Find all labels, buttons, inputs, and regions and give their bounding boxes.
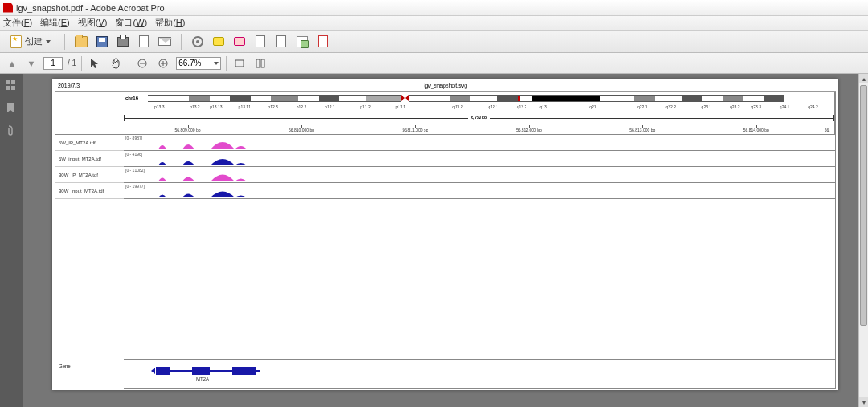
menu-view[interactable]: 视图(V) <box>78 17 108 29</box>
paperclip-icon <box>4 124 17 136</box>
vertical-scrollbar[interactable]: ▴ ▾ <box>858 74 868 407</box>
thumbnails-tab[interactable] <box>4 79 18 93</box>
svg-rect-10 <box>6 86 10 90</box>
comment-button[interactable] <box>211 34 227 50</box>
toolbar-nav: ▲ ▼ / 1 66.7% <box>0 53 868 74</box>
chromosome-name: chr16 <box>125 96 138 100</box>
track-label: 30W_IP_MT2A.tdf <box>55 167 124 183</box>
svg-rect-9 <box>11 80 15 84</box>
igv-filename: igv_snapshot.svg <box>424 83 467 88</box>
highlight-button[interactable] <box>231 34 248 50</box>
document-red-icon <box>318 35 328 47</box>
page-number-input[interactable] <box>43 57 63 70</box>
igv-control-blank <box>55 92 124 135</box>
track-row: [0 - 11082] <box>124 167 835 183</box>
doc-tool-3[interactable] <box>294 34 310 50</box>
coverage-tracks: [0 - 8987] [0 - 4196] [0 - 11082] [ <box>124 135 835 199</box>
hand-tool[interactable] <box>108 55 124 71</box>
document-icon <box>276 35 286 47</box>
print-icon <box>117 37 129 47</box>
track-label: 30W_input_MT2A.tdf <box>55 183 124 199</box>
email-button[interactable] <box>157 34 173 50</box>
folder-icon <box>75 36 88 47</box>
scrollbar-thumb[interactable] <box>860 85 867 326</box>
toolbar-main: 创建 <box>0 31 868 53</box>
coverage-peak <box>154 167 259 181</box>
create-button[interactable]: 创建 <box>5 33 56 51</box>
chevron-down-icon <box>46 40 51 43</box>
page-up-button[interactable]: ▲ <box>5 56 19 71</box>
coverage-peak <box>154 135 259 149</box>
scroll-up-icon[interactable]: ▴ <box>859 74 868 83</box>
document-icon <box>139 35 149 47</box>
fit-page-button[interactable] <box>252 55 268 71</box>
gear-icon <box>192 36 203 47</box>
cursor-icon <box>89 58 100 69</box>
fit-width-icon <box>234 58 245 69</box>
band-labels: p13.3 p13.2 p13.13 p13.11 p12.3 p12.2 p1… <box>124 104 835 114</box>
create-icon <box>10 35 22 48</box>
document-icon <box>256 35 265 47</box>
hand-icon <box>110 58 121 69</box>
menu-help[interactable]: 帮助(H) <box>155 17 185 29</box>
chromosome-row: chr16 <box>124 92 835 104</box>
speech-bubble-icon <box>213 37 224 46</box>
ideogram <box>148 95 831 102</box>
coverage-peak <box>154 151 259 165</box>
page-down-button[interactable]: ▼ <box>24 56 39 71</box>
plus-icon <box>158 58 169 69</box>
gene-name: MT2A <box>196 376 209 381</box>
zoom-out-button[interactable] <box>134 55 150 71</box>
menu-file[interactable]: 文件(F) <box>3 17 32 29</box>
settings-button[interactable] <box>190 34 206 50</box>
zoom-value: 66.7% <box>178 59 201 67</box>
track-label: 6W_input_MT2A.tdf <box>55 151 124 167</box>
svg-rect-7 <box>261 59 264 67</box>
pdf-page: 2019/7/3 igv_snapshot.svg 6W_IP_MT2A.tdf… <box>52 79 838 390</box>
save-button[interactable] <box>94 34 110 50</box>
highlight-icon <box>234 37 245 46</box>
doc-tool-4[interactable] <box>315 34 331 50</box>
zoom-in-button[interactable] <box>155 55 171 71</box>
empty-track-area <box>124 199 835 360</box>
doc-tool-1[interactable] <box>252 34 268 50</box>
fit-page-icon <box>255 58 266 69</box>
igv-header: 2019/7/3 igv_snapshot.svg <box>55 80 836 92</box>
minus-icon <box>137 58 148 69</box>
svg-rect-5 <box>235 60 244 67</box>
save-icon <box>96 36 108 47</box>
page-total: / 1 <box>68 59 76 67</box>
menu-window[interactable]: 窗口(W) <box>115 17 147 29</box>
gene-panel-label: Gene <box>55 360 124 389</box>
svg-rect-8 <box>6 80 10 84</box>
track-row: [0 - 4196] <box>124 151 835 167</box>
menu-bar: 文件(F) 编辑(E) 视图(V) 窗口(W) 帮助(H) <box>0 16 868 31</box>
svg-rect-11 <box>11 86 15 90</box>
svg-rect-6 <box>256 59 260 67</box>
igv-date: 2019/7/3 <box>58 83 80 88</box>
fit-width-button[interactable] <box>231 55 248 71</box>
track-row: [0 - 8987] <box>124 135 835 151</box>
scroll-down-icon[interactable]: ▾ <box>859 397 868 407</box>
export-button[interactable] <box>136 34 152 50</box>
genome-ruler: 6,782 bp 56,809,000 bp 56,810,000 bp 56,… <box>124 114 835 135</box>
pdf-icon <box>3 3 13 13</box>
attachments-tab[interactable] <box>4 124 18 138</box>
window-title: igv_snapshot.pdf - Adobe Acrobat Pro <box>16 3 165 13</box>
mail-icon <box>158 37 171 46</box>
coverage-peak <box>154 183 259 197</box>
bookmarks-tab[interactable] <box>4 101 18 116</box>
menu-edit[interactable]: 编辑(E) <box>40 17 70 29</box>
doc-tool-2[interactable] <box>273 34 289 50</box>
bookmark-icon <box>4 101 17 114</box>
document-plus-icon <box>297 36 308 47</box>
create-label: 创建 <box>25 35 43 47</box>
window-title-bar: igv_snapshot.pdf - Adobe Acrobat Pro <box>0 0 868 16</box>
document-viewport[interactable]: 2019/7/3 igv_snapshot.svg 6W_IP_MT2A.tdf… <box>23 74 868 407</box>
zoom-select[interactable]: 66.7% <box>176 57 221 70</box>
select-tool[interactable] <box>87 55 103 71</box>
open-button[interactable] <box>73 34 89 50</box>
track-label: 6W_IP_MT2A.tdf <box>55 135 124 151</box>
print-button[interactable] <box>115 34 131 50</box>
gene-track: MT2A <box>124 360 836 389</box>
